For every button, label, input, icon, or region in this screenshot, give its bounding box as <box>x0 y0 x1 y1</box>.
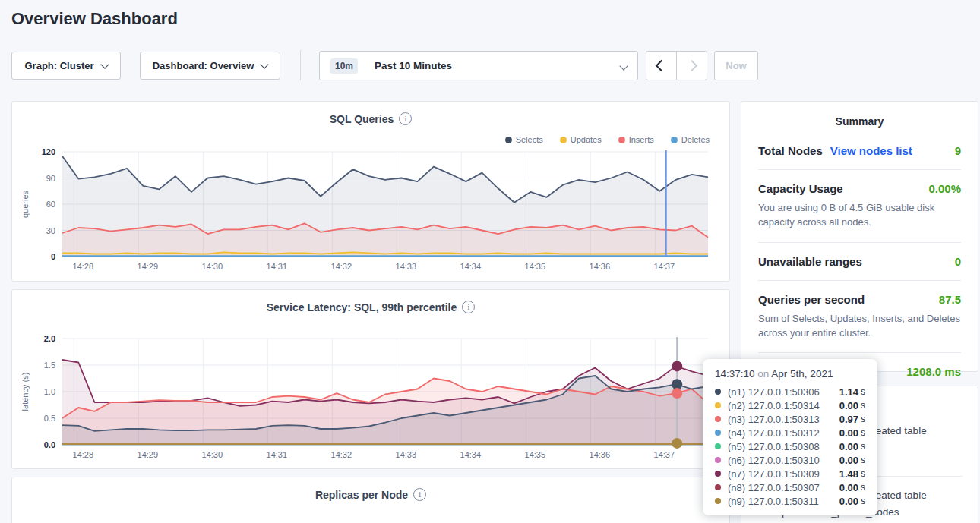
svg-text:2.0: 2.0 <box>44 334 55 343</box>
time-next-button[interactable] <box>676 51 707 80</box>
chevron-right-icon <box>686 60 698 72</box>
tooltip-row: (n5) 127.0.0.1:503080.00s <box>715 440 865 453</box>
tooltip-node-value: 1.14 <box>839 386 858 398</box>
service-latency-chart[interactable]: 14:2814:2914:3014:3114:3214:3314:3414:35… <box>18 332 725 465</box>
svg-text:14:34: 14:34 <box>460 262 482 271</box>
tooltip-node-label: (n7) 127.0.0.1:50309 <box>728 468 839 480</box>
tooltip-row: (n9) 127.0.0.1:503110.00s <box>715 494 865 508</box>
sql-queries-legend: SelectsUpdatesInsertsDeletes <box>505 135 710 144</box>
total-nodes-label: Total Nodes <box>758 144 823 157</box>
svg-text:60: 60 <box>46 200 55 209</box>
svg-text:14:28: 14:28 <box>73 262 94 271</box>
svg-text:0.5: 0.5 <box>44 414 55 423</box>
tooltip-row: (n4) 127.0.0.1:503120.00s <box>715 426 865 440</box>
service-latency-title: Service Latency: SQL, 99th percentile <box>267 301 457 313</box>
legend-label: Selects <box>516 135 543 144</box>
svg-text:0.0: 0.0 <box>44 440 55 449</box>
view-nodes-list-link[interactable]: View nodes list <box>830 144 912 157</box>
series-dot-icon <box>715 430 721 436</box>
capacity-usage-desc: You are using 0 B of 4.5 GiB usable disk… <box>758 201 961 230</box>
tooltip-row: (n6) 127.0.0.1:503100.00s <box>715 453 865 467</box>
service-latency-card: Service Latency: SQL, 99th percentile i … <box>11 289 730 469</box>
svg-text:14:36: 14:36 <box>590 450 611 459</box>
time-range-dropdown[interactable]: 10m Past 10 Minutes <box>319 51 638 80</box>
series-dot-icon <box>715 471 721 477</box>
tooltip-node-unit: s <box>861 400 865 411</box>
capacity-usage-value: 0.00% <box>928 182 961 195</box>
svg-text:14:30: 14:30 <box>202 262 223 271</box>
time-range-badge: 10m <box>330 58 358 74</box>
time-range-label: Past 10 Minutes <box>375 60 452 71</box>
svg-text:1.5: 1.5 <box>44 361 55 370</box>
chevron-down-icon <box>621 60 627 71</box>
tooltip-node-value: 0.00 <box>839 455 858 466</box>
time-prev-button[interactable] <box>646 51 677 80</box>
series-dot-icon <box>715 416 721 422</box>
svg-text:14:37: 14:37 <box>654 262 675 271</box>
legend-dot-icon <box>671 137 678 143</box>
graph-dropdown[interactable]: Graph: Cluster <box>11 52 121 80</box>
sql-queries-title: SQL Queries <box>330 113 394 125</box>
chevron-down-icon <box>100 60 109 68</box>
tooltip-node-value: 0.97 <box>839 414 858 425</box>
now-button-label: Now <box>726 60 746 71</box>
tooltip-timestamp: 14:37:10 on Apr 5th, 2021 <box>715 368 865 380</box>
series-dot-icon <box>715 498 721 504</box>
tooltip-node-label: (n3) 127.0.0.1:50313 <box>728 414 839 425</box>
now-button[interactable]: Now <box>714 51 758 80</box>
sql-queries-chart[interactable]: 14:2814:2914:3014:3114:3214:3314:3414:35… <box>18 146 725 276</box>
svg-text:14:32: 14:32 <box>331 450 352 459</box>
legend-item-inserts[interactable]: Inserts <box>618 135 654 144</box>
controls-divider <box>300 50 301 80</box>
series-dot-icon <box>715 484 721 490</box>
svg-text:14:34: 14:34 <box>460 450 482 459</box>
qps-value: 87.5 <box>939 293 961 306</box>
dashboard-dropdown-label: Dashboard: Overview <box>153 60 254 71</box>
dashboard-dropdown[interactable]: Dashboard: Overview <box>140 52 280 80</box>
unavailable-ranges-label: Unavailable ranges <box>758 255 862 268</box>
tooltip-node-label: (n8) 127.0.0.1:50307 <box>728 482 839 493</box>
svg-text:14:29: 14:29 <box>138 450 159 459</box>
tooltip-node-unit: s <box>861 441 865 452</box>
info-icon[interactable]: i <box>413 488 426 501</box>
chart-tooltip: 14:37:10 on Apr 5th, 2021 (n1) 127.0.0.1… <box>703 359 877 515</box>
tooltip-node-label: (n2) 127.0.0.1:50314 <box>728 400 839 411</box>
tooltip-node-label: (n4) 127.0.0.1:50312 <box>728 427 839 439</box>
tooltip-node-value: 0.00 <box>839 400 858 411</box>
series-dot-icon <box>715 402 721 408</box>
svg-text:14:33: 14:33 <box>396 262 417 271</box>
tooltip-node-value: 0.00 <box>839 441 858 452</box>
tooltip-node-unit: s <box>861 482 865 493</box>
legend-label: Deletes <box>681 135 710 144</box>
svg-text:14:28: 14:28 <box>73 450 94 459</box>
legend-dot-icon <box>618 137 625 143</box>
p99-latency-value: 1208.0 ms <box>906 365 961 378</box>
legend-item-selects[interactable]: Selects <box>505 135 543 144</box>
svg-text:14:30: 14:30 <box>202 450 223 459</box>
svg-text:1.0: 1.0 <box>44 387 55 396</box>
info-icon[interactable]: i <box>399 112 412 125</box>
legend-item-deletes[interactable]: Deletes <box>671 135 710 144</box>
tooltip-node-value: 0.00 <box>839 427 858 439</box>
svg-text:14:37: 14:37 <box>654 450 675 459</box>
svg-text:14:35: 14:35 <box>525 262 546 271</box>
svg-text:0: 0 <box>51 252 55 261</box>
tooltip-node-label: (n6) 127.0.0.1:50310 <box>728 455 839 466</box>
svg-text:14:32: 14:32 <box>331 262 352 271</box>
series-dot-icon <box>715 443 721 449</box>
svg-text:14:33: 14:33 <box>396 450 417 459</box>
graph-dropdown-label: Graph: Cluster <box>24 60 93 71</box>
legend-dot-icon <box>505 137 512 143</box>
info-icon[interactable]: i <box>462 301 475 313</box>
tooltip-node-unit: s <box>861 496 865 506</box>
tooltip-node-label: (n5) 127.0.0.1:50308 <box>728 441 839 452</box>
tooltip-node-unit: s <box>861 427 865 438</box>
tooltip-node-unit: s <box>861 386 865 397</box>
tooltip-row: (n8) 127.0.0.1:503070.00s <box>715 480 865 494</box>
series-dot-icon <box>715 389 721 395</box>
qps-label: Queries per second <box>758 293 865 306</box>
tooltip-node-unit: s <box>861 414 865 424</box>
capacity-usage-label: Capacity Usage <box>758 182 843 195</box>
legend-item-updates[interactable]: Updates <box>560 135 602 144</box>
summary-title: Summary <box>741 115 978 128</box>
